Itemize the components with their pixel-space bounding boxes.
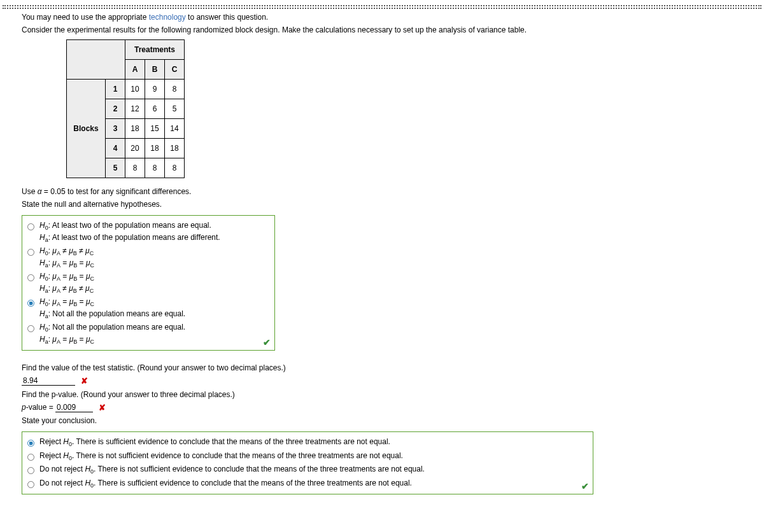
block-3: 3 [106, 119, 125, 139]
block-2: 2 [106, 99, 125, 119]
radio-icon[interactable] [27, 325, 34, 332]
radio-icon[interactable] [27, 274, 34, 281]
treatments-header: Treatments [125, 40, 185, 60]
cell: 8 [125, 158, 145, 178]
find-test-stat: Find the value of the test statistic. (R… [22, 363, 742, 372]
cell: 8 [145, 158, 165, 178]
find-pvalue: Find the p-value. (Round your answer to … [22, 390, 742, 399]
test-stat-answer-row: 8.94 ✘ [22, 376, 742, 386]
cell: 10 [125, 80, 145, 99]
hyp-option-4[interactable]: H0: μA = μB = μC Ha: Not all the populat… [27, 297, 269, 320]
state-hypotheses: State the null and alternative hypothese… [22, 200, 742, 209]
cell: 9 [145, 80, 165, 99]
cell: 14 [165, 119, 185, 139]
radio-icon[interactable] [27, 440, 34, 447]
hyp-option-3[interactable]: H0: μA = μB = μC Ha: μA ≠ μB ≠ μC [27, 271, 269, 295]
cell: 12 [125, 99, 145, 119]
block-4: 4 [106, 139, 125, 158]
radio-icon[interactable] [27, 467, 34, 474]
block-1: 1 [106, 80, 125, 99]
test-stat-input[interactable]: 8.94 [22, 376, 75, 386]
cell: 18 [165, 139, 185, 158]
alpha-line: Use α = 0.05 to test for any significant… [22, 187, 742, 196]
hyp-option-2[interactable]: H0: μA ≠ μB ≠ μC Ha: μA = μB = μC [27, 246, 269, 269]
conclusion-option-1[interactable]: Reject H0. There is sufficient evidence … [27, 437, 588, 449]
conclusion-option-4[interactable]: Do not reject H0. There is sufficient ev… [27, 478, 588, 490]
wrong-icon: ✘ [81, 377, 88, 386]
cell: 8 [165, 158, 185, 178]
data-table: Treatments A B C Blocks 1 10 9 8 2 12 6 … [66, 39, 185, 178]
blocks-header: Blocks [67, 80, 106, 178]
check-icon: ✔ [581, 481, 589, 491]
hyp-option-1[interactable]: H0: At least two of the population means… [27, 220, 269, 244]
instruction-text: Consider the experimental results for th… [22, 25, 742, 34]
conclusion-option-3[interactable]: Do not reject H0. There is not sufficien… [27, 464, 588, 476]
radio-icon[interactable] [27, 481, 34, 488]
cell: 18 [125, 119, 145, 139]
technology-link[interactable]: technology [149, 13, 186, 22]
check-icon: ✔ [263, 337, 271, 347]
block-5: 5 [106, 158, 125, 178]
col-a: A [125, 60, 145, 80]
radio-icon[interactable] [27, 223, 34, 230]
state-conclusion: State your conclusion. [22, 416, 742, 425]
cell: 18 [145, 139, 165, 158]
cell: 8 [165, 80, 185, 99]
radio-icon[interactable] [27, 249, 34, 256]
cell: 15 [145, 119, 165, 139]
pvalue-input[interactable]: 0.009 [55, 403, 93, 412]
cell: 6 [145, 99, 165, 119]
hyp-option-5[interactable]: H0: Not all the population means are equ… [27, 322, 269, 346]
hypotheses-options: H0: At least two of the population means… [22, 215, 275, 351]
cell: 5 [165, 99, 185, 119]
intro-text: You may need to use the appropriate tech… [22, 13, 742, 22]
col-c: C [165, 60, 185, 80]
radio-icon[interactable] [27, 454, 34, 461]
cell: 20 [125, 139, 145, 158]
intro-prefix: You may need to use the appropriate [22, 13, 149, 22]
pvalue-answer-row: p-value = 0.009 ✘ [22, 403, 742, 412]
radio-icon[interactable] [27, 300, 34, 307]
conclusion-options: Reject H0. There is sufficient evidence … [22, 431, 593, 494]
conclusion-option-2[interactable]: Reject H0. There is not sufficient evide… [27, 451, 588, 463]
intro-suffix: to answer this question. [186, 13, 268, 22]
col-b: B [145, 60, 165, 80]
wrong-icon: ✘ [99, 403, 106, 412]
